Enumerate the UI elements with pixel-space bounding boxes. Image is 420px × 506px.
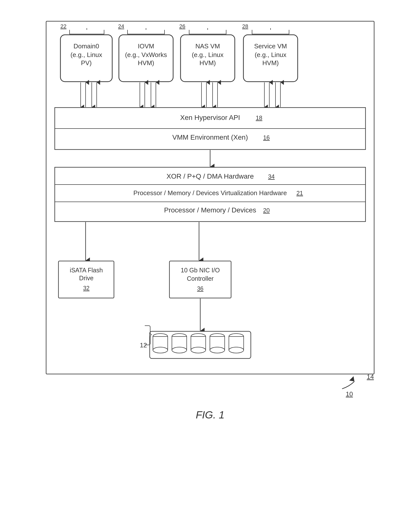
diagram-container: 14 22 Domain0 (e.g., Linux PV) 24 IOVM (… [31,19,389,487]
svg-text:Service VM: Service VM [254,42,287,50]
svg-text:21: 21 [296,190,303,196]
svg-text:20: 20 [263,207,270,214]
svg-text:Domain0: Domain0 [73,42,99,50]
svg-rect-65 [169,261,231,298]
svg-text:VMM Environment (Xen): VMM Environment (Xen) [172,133,248,141]
svg-rect-0 [46,21,374,374]
svg-text:XOR / P+Q / DMA Hardware: XOR / P+Q / DMA Hardware [166,172,254,180]
svg-rect-3 [60,35,112,82]
svg-rect-43 [55,108,365,150]
svg-rect-75 [172,337,187,350]
svg-rect-70 [150,331,251,358]
svg-text:(e.g., Linux: (e.g., Linux [192,51,223,58]
svg-rect-21 [243,35,298,82]
svg-point-73 [153,347,168,353]
svg-text:NAS VM: NAS VM [195,42,220,50]
svg-text:10 Gb NIC I/O: 10 Gb NIC I/O [181,267,219,274]
page: 14 22 Domain0 (e.g., Linux PV) 24 IOVM (… [0,0,420,506]
svg-text:(e.g., Linux: (e.g., Linux [70,51,102,58]
svg-text:(e.g., VxWorks: (e.g., VxWorks [125,51,167,58]
svg-point-85 [229,347,244,353]
svg-rect-9 [119,35,173,82]
svg-point-82 [210,347,225,353]
svg-text:(e.g., Linux: (e.g., Linux [255,51,286,58]
svg-text:HVM): HVM) [262,59,278,67]
svg-text:Drive: Drive [79,275,93,281]
svg-rect-78 [191,337,206,350]
svg-text:12: 12 [140,341,147,349]
svg-rect-84 [229,337,244,350]
svg-rect-72 [153,337,168,350]
svg-text:Processor / Memory / Devices: Processor / Memory / Devices [164,206,256,214]
svg-point-76 [172,347,187,353]
ref-14-label: 14 [367,373,374,380]
svg-point-74 [172,334,187,339]
svg-text:32: 32 [83,285,90,291]
svg-text:FIG. 1: FIG. 1 [196,409,224,421]
svg-text:Processor / Memory / Devices V: Processor / Memory / Devices Virtualizat… [133,189,287,197]
svg-text:HVM): HVM) [199,59,216,67]
svg-point-79 [191,347,206,353]
svg-text:10: 10 [346,390,353,398]
svg-text:IOVM: IOVM [138,42,154,50]
svg-text:Xen Hypervisor API: Xen Hypervisor API [180,114,240,121]
svg-point-77 [191,334,206,339]
diagram-svg: 14 22 Domain0 (e.g., Linux PV) 24 IOVM (… [31,19,389,487]
svg-rect-81 [210,337,225,350]
svg-rect-61 [58,261,114,298]
svg-point-71 [153,334,168,339]
svg-text:34: 34 [268,173,275,180]
svg-text:26: 26 [179,23,185,29]
svg-text:iSATA Flash: iSATA Flash [70,267,103,274]
svg-text:PV): PV) [81,59,91,67]
svg-text:HVM): HVM) [138,59,154,67]
svg-point-80 [210,334,225,339]
svg-rect-50 [55,167,365,222]
svg-text:16: 16 [263,134,270,141]
svg-text:Controller: Controller [187,275,213,282]
svg-text:22: 22 [60,23,66,29]
svg-text:36: 36 [197,285,203,292]
svg-text:28: 28 [242,23,248,29]
svg-rect-15 [181,35,235,82]
svg-text:24: 24 [118,23,124,29]
svg-point-83 [229,334,244,339]
svg-text:18: 18 [256,114,262,121]
